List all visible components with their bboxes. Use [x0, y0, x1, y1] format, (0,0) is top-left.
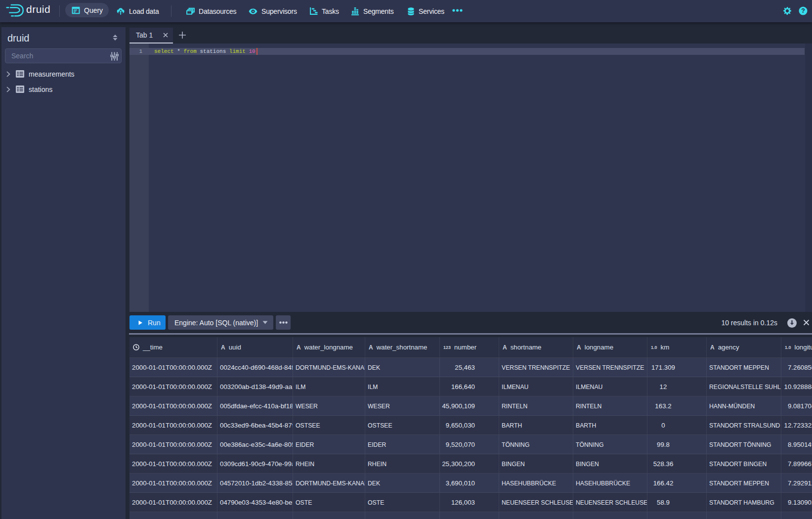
svg-text:?: ? [801, 7, 805, 14]
